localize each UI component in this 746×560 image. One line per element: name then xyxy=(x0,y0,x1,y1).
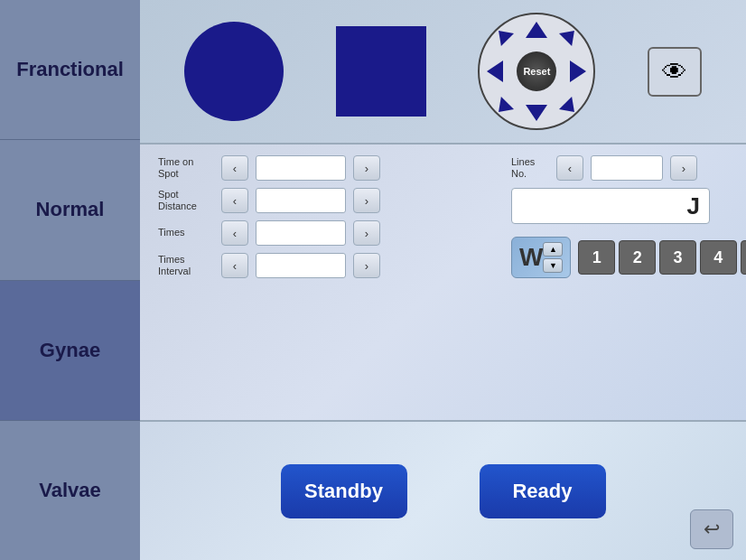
num-btn-5[interactable]: 5 xyxy=(741,240,746,275)
w-increment[interactable]: ▲ xyxy=(543,242,563,257)
num-btn-3[interactable]: 3 xyxy=(659,240,696,275)
undo-icon: ↩ xyxy=(704,518,720,541)
times-decrement[interactable]: ‹ xyxy=(221,220,248,246)
lines-no-input[interactable] xyxy=(591,155,663,181)
dpad-circle: Reset xyxy=(478,13,595,130)
dpad-up-arrow[interactable] xyxy=(526,22,547,38)
spot-distance-increment[interactable]: › xyxy=(353,188,380,213)
dpad-right-arrow[interactable] xyxy=(570,61,586,82)
sidebar: Franctional Normal Gynae Valvae xyxy=(0,0,140,560)
circle-shape xyxy=(184,22,284,121)
dpad-downleft-arrow[interactable] xyxy=(492,97,514,118)
times-interval-input[interactable] xyxy=(256,253,346,278)
spot-distance-input[interactable] xyxy=(256,188,346,213)
sidebar-item-normal[interactable]: Normal xyxy=(0,140,140,280)
num-btn-1[interactable]: 1 xyxy=(578,240,615,275)
right-controls: Lines No. ‹ › J W ▲ ▼ 1 xyxy=(511,155,728,409)
reset-button[interactable]: Reset xyxy=(517,51,556,91)
times-input[interactable] xyxy=(256,220,346,246)
undo-button[interactable]: ↩ xyxy=(690,509,733,549)
middle-section: Time on Spot ‹ › Spot Distance ‹ › Times… xyxy=(140,145,746,420)
time-on-spot-row: Time on Spot ‹ › xyxy=(158,155,497,181)
dpad-left-arrow[interactable] xyxy=(487,61,503,82)
lines-no-increment[interactable]: › xyxy=(670,155,697,181)
w-arrows: ▲ ▼ xyxy=(543,242,563,273)
sidebar-item-gynae[interactable]: Gynae xyxy=(0,281,140,421)
time-on-spot-increment[interactable]: › xyxy=(353,155,380,181)
bottom-section: Standby Ready ↩ xyxy=(140,420,746,560)
lines-no-label: Lines No. xyxy=(511,156,549,180)
dpad-downright-arrow[interactable] xyxy=(559,97,581,118)
spot-distance-decrement[interactable]: ‹ xyxy=(221,188,248,213)
dpad-upleft-arrow[interactable] xyxy=(492,24,514,46)
square-shape xyxy=(336,26,426,117)
dpad-container: Reset xyxy=(478,13,595,130)
times-label: Times xyxy=(158,227,214,238)
times-interval-increment[interactable]: › xyxy=(353,253,380,278)
j-value: J xyxy=(687,192,700,220)
time-on-spot-input[interactable] xyxy=(256,155,346,181)
spot-distance-label: Spot Distance xyxy=(158,189,214,212)
w-spinner: W ▲ ▼ xyxy=(511,237,571,278)
time-on-spot-decrement[interactable]: ‹ xyxy=(221,155,248,181)
eye-icon: 👁 xyxy=(662,57,687,87)
top-section: Reset 👁 xyxy=(140,0,746,145)
sidebar-item-fractional[interactable]: Franctional xyxy=(0,0,140,140)
w-decrement[interactable]: ▼ xyxy=(543,258,563,273)
number-buttons-container: 1 2 3 4 5 xyxy=(578,240,746,275)
num-btn-4[interactable]: 4 xyxy=(700,240,737,275)
w-value: W xyxy=(519,243,543,272)
main-panel: Reset 👁 Time on Spot ‹ › Spot Distance ‹… xyxy=(140,0,746,560)
times-interval-decrement[interactable]: ‹ xyxy=(221,253,248,278)
lines-no-decrement[interactable]: ‹ xyxy=(556,155,583,181)
time-on-spot-label: Time on Spot xyxy=(158,156,214,180)
sidebar-item-valvae[interactable]: Valvae xyxy=(0,421,140,560)
dpad-upright-arrow[interactable] xyxy=(559,24,581,46)
times-interval-label: Times Interval xyxy=(158,254,214,277)
j-display: J xyxy=(511,188,710,224)
times-row: Times ‹ › xyxy=(158,220,497,246)
lines-no-row: Lines No. ‹ › xyxy=(511,155,728,181)
times-interval-row: Times Interval ‹ › xyxy=(158,253,497,278)
ready-button[interactable]: Ready xyxy=(480,464,606,518)
eye-button[interactable]: 👁 xyxy=(648,47,702,97)
times-increment[interactable]: › xyxy=(353,220,380,246)
spot-distance-row: Spot Distance ‹ › xyxy=(158,188,497,213)
standby-button[interactable]: Standby xyxy=(281,464,407,518)
num-btn-2[interactable]: 2 xyxy=(619,240,656,275)
left-controls: Time on Spot ‹ › Spot Distance ‹ › Times… xyxy=(158,155,497,409)
dpad-down-arrow[interactable] xyxy=(526,105,547,121)
